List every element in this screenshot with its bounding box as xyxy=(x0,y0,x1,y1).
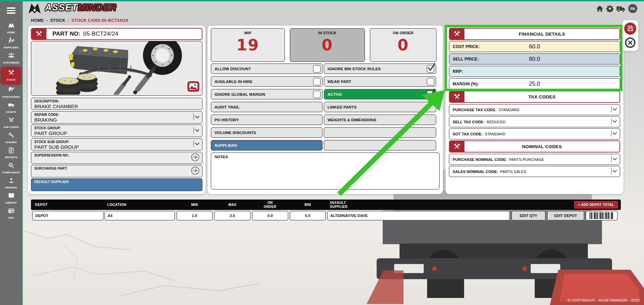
toggle-available-in-hire[interactable]: AVAILABLE IN HIRE xyxy=(211,76,323,87)
financial-details-header: FINANCIAL DETAILS xyxy=(449,28,620,40)
purchase-tax-code-select[interactable]: PURCHASE TAX CODE: STANDARD xyxy=(449,104,620,115)
arrow-right-circle-icon[interactable] xyxy=(191,153,200,163)
sidebar-item-job-cards[interactable]: JOB CARDS xyxy=(1,115,22,130)
volume-discounts-button[interactable]: VOLUME DISCOUNTS xyxy=(211,127,323,138)
sot-tax-code-select[interactable]: SOT TAX CODE: STANDARD xyxy=(449,128,620,139)
sidebar-item-compliance[interactable]: COMPLIANCE xyxy=(1,161,22,176)
breadcrumb-separator: - xyxy=(46,18,48,23)
rrp-row[interactable]: RRP: xyxy=(449,66,620,77)
sidebar-item-reports[interactable]: REPORTS xyxy=(1,145,22,161)
cost-price-row[interactable]: COST PRICE: 60.0 xyxy=(449,41,620,52)
min-cell[interactable]: 1.0 xyxy=(177,211,213,220)
checkbox-unchecked[interactable] xyxy=(313,65,320,73)
margin-row[interactable]: MARGIN (%): 25.0 xyxy=(449,78,620,89)
suppliers-button[interactable]: SUPPLIERS xyxy=(211,140,323,150)
toggle-wear-part[interactable]: WEAR PART xyxy=(324,76,436,87)
toggle-active[interactable]: ACTIVE xyxy=(324,89,436,99)
user-avatar[interactable]: PA xyxy=(628,4,637,13)
counter-value: 0 xyxy=(370,36,436,54)
on-order-cell[interactable]: 0.0 xyxy=(252,211,288,220)
sidebar-item-library[interactable]: LIBRARY xyxy=(1,191,22,206)
sidebar: HOME SUPPLIERS CUSTOMERS STOCK PURCHASIN… xyxy=(0,1,22,305)
breadcrumb-stock[interactable]: STOCK xyxy=(50,18,65,23)
picture-icon[interactable] xyxy=(187,81,199,93)
sidebar-item-stock[interactable]: STOCK xyxy=(1,67,22,84)
sidebar-item-assets[interactable]: ASSETS xyxy=(1,100,22,115)
chevron-down-icon[interactable] xyxy=(193,139,200,149)
edit-depot-button[interactable]: EDIT DEPOT xyxy=(547,211,584,220)
add-depot-total-button[interactable]: + ADD DEPOT TOTAL xyxy=(574,201,618,209)
chevron-down-icon[interactable] xyxy=(610,155,618,164)
sales-nominal-code-select[interactable]: SALES NOMINAL CODE: PARTS SALES xyxy=(449,166,620,177)
chevron-down-icon[interactable] xyxy=(193,126,200,136)
arrow-right-circle-icon[interactable] xyxy=(191,166,200,176)
placeholder-button xyxy=(324,127,436,138)
row-label: COST PRICE: xyxy=(449,44,480,49)
sell-price-row[interactable]: SELL PRICE: 80.0 xyxy=(449,53,620,64)
crossed-pistons-icon xyxy=(8,69,15,78)
checkbox-checked[interactable] xyxy=(427,65,434,73)
supersession-no-field[interactable]: SUPERSESSION NO: xyxy=(31,152,202,164)
menu-hamburger-icon[interactable] xyxy=(7,6,15,15)
close-button[interactable] xyxy=(624,37,636,49)
default-supplier-cell[interactable]: ALTERNATIVE DAVE xyxy=(327,211,510,220)
barcode-icon xyxy=(590,212,614,219)
topbar-actions: i PA xyxy=(596,4,637,13)
sidebar-item-drivers[interactable]: DRIVERS xyxy=(1,176,22,191)
chevron-down-icon[interactable] xyxy=(610,129,618,139)
description-field[interactable]: DESCRIPTION: BRAKE CHAMBER xyxy=(31,98,202,110)
sidebar-item-purchasing[interactable]: PURCHASING xyxy=(1,85,22,100)
toggle-ignore-bin-stock-rules[interactable]: IGNORE BIN STOCK RULES xyxy=(324,63,436,74)
default-supplier-field[interactable]: DEFAULT SUPPLIER: xyxy=(31,178,202,191)
on-order-counter: ON ORDER 0 xyxy=(370,28,437,62)
field-value: BRAKING xyxy=(34,117,199,123)
chevron-down-icon[interactable] xyxy=(193,113,200,123)
svg-text:i: i xyxy=(619,6,620,10)
chevron-down-icon[interactable] xyxy=(610,117,618,127)
sidebar-item-customers[interactable]: CUSTOMERS xyxy=(1,51,22,66)
home-icon[interactable] xyxy=(596,5,604,12)
edit-qty-button[interactable]: EDIT QTY xyxy=(512,211,545,220)
barcode-button[interactable] xyxy=(586,211,617,220)
save-button[interactable] xyxy=(624,23,636,35)
stock-group-field[interactable]: STOCK GROUP: PART GROUP xyxy=(31,125,202,137)
sidebar-item-sop[interactable]: SOP xyxy=(1,206,22,221)
toggle-allow-discount[interactable]: ALLOW DISCOUNT xyxy=(211,63,323,74)
checkbox-unchecked[interactable] xyxy=(313,91,320,98)
breadcrumb-home[interactable]: HOME xyxy=(31,18,44,23)
checkbox-checked[interactable] xyxy=(427,91,434,98)
stock-sub-group-field[interactable]: STOCK SUB GROUP: PART SUB GROUP xyxy=(31,138,202,150)
fleet-info-truck-icon[interactable]: i xyxy=(616,5,626,13)
location-cell[interactable]: A4 xyxy=(105,211,175,220)
sidebar-item-suppliers[interactable]: SUPPLIERS xyxy=(1,36,22,51)
po-history-button[interactable]: PO HISTORY xyxy=(211,115,323,125)
toggle-ignore-global-margin[interactable]: IGNORE GLOBAL MARGIN xyxy=(211,89,323,99)
gear-icon[interactable] xyxy=(606,5,614,12)
copyright-text: © COPYRIGHT - ASSETMINDER - 2022 xyxy=(568,298,640,302)
checkbox-unchecked[interactable] xyxy=(427,78,434,85)
section-title: TAX CODES xyxy=(464,91,619,102)
magnifier-check-icon xyxy=(8,162,15,170)
notes-area[interactable]: NOTES xyxy=(211,152,440,189)
weights-dimensions-button[interactable]: WEIGHTS & DIMENSIONS xyxy=(324,115,436,125)
checkbox-unchecked[interactable] xyxy=(313,78,320,85)
surcharge-part-field[interactable]: SURCHARGE PART: xyxy=(31,165,202,177)
sidebar-item-home[interactable]: HOME xyxy=(1,20,22,36)
chevron-down-icon[interactable] xyxy=(610,105,618,115)
max-cell[interactable]: 2.0 xyxy=(214,211,251,220)
sidebar-item-leasing[interactable]: LEASING xyxy=(1,130,22,145)
top-accent-line xyxy=(0,0,644,1)
sell-tax-code-select[interactable]: SELL TAX CODE: REDUCED xyxy=(449,116,620,127)
linked-parts-button[interactable]: LINKED PARTS xyxy=(324,102,436,112)
chevron-down-icon[interactable] xyxy=(610,167,618,176)
breadcrumb: HOME - STOCK - STOCK CARD 05-BCT24/24 xyxy=(31,18,128,23)
depot-cell[interactable]: DEPOT xyxy=(32,211,104,220)
counter-label: IN STOCK xyxy=(290,31,365,35)
button-label: AUDIT TRAIL xyxy=(215,105,239,109)
nominal-codes-header: NOMINAL CODES xyxy=(449,140,620,152)
row-value: PARTS SALES xyxy=(500,170,526,174)
repair-code-field[interactable]: REPAIR CODE: BRAKING xyxy=(31,111,202,124)
purchase-nominal-code-select[interactable]: PURCHASE NOMINAL CODE: PARTS PURCHASE xyxy=(449,154,620,165)
bin-cell[interactable]: 0.0 xyxy=(290,211,326,220)
audit-trail-button[interactable]: AUDIT TRAIL xyxy=(211,102,323,112)
